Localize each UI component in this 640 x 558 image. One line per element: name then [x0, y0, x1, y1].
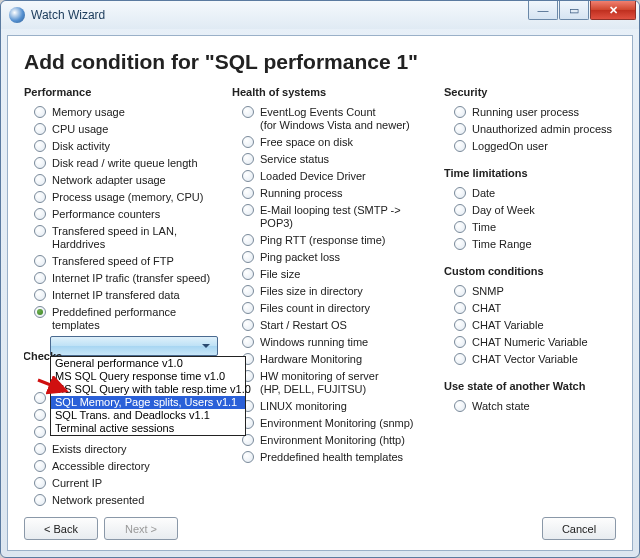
- radio-option[interactable]: Preddefined health templates: [232, 449, 432, 466]
- radio-option[interactable]: CHAT: [444, 300, 616, 317]
- radio-option[interactable]: Time Range: [444, 236, 616, 253]
- dropdown-item[interactable]: General performance v1.0: [51, 357, 245, 370]
- radio-option[interactable]: Date: [444, 185, 616, 202]
- radio-icon: [34, 460, 46, 472]
- radio-label: Time: [472, 221, 616, 234]
- radio-option[interactable]: Internet IP transfered data: [24, 287, 220, 304]
- dropdown-item[interactable]: SQL Memory, Page splits, Users v1.1: [51, 396, 245, 409]
- radio-icon: [242, 106, 254, 118]
- radio-option[interactable]: Transfered speed of FTP: [24, 253, 220, 270]
- radio-option[interactable]: Service status: [232, 151, 432, 168]
- maximize-button[interactable]: ▭: [559, 1, 589, 20]
- back-button[interactable]: < Back: [24, 517, 98, 540]
- radio-option[interactable]: CHAT Variable: [444, 317, 616, 334]
- group-title-time: Time limitations: [444, 167, 616, 179]
- radio-option[interactable]: Ping RTT (response time): [232, 232, 432, 249]
- radio-option[interactable]: Exists directory: [24, 441, 220, 458]
- group-title-security: Security: [444, 86, 616, 98]
- radio-option[interactable]: LINUX monitoring: [232, 398, 432, 415]
- dropdown-item[interactable]: MS SQL Query response time v1.0: [51, 370, 245, 383]
- radio-option[interactable]: Files count in directory: [232, 300, 432, 317]
- radio-icon: [34, 106, 46, 118]
- radio-option[interactable]: Internet IP trafic (transfer speed): [24, 270, 220, 287]
- dropdown-item[interactable]: SQL Trans. and Deadlocks v1.1: [51, 409, 245, 422]
- radio-option[interactable]: Process usage (memory, CPU): [24, 189, 220, 206]
- custom-options: SNMPCHATCHAT VariableCHAT Numeric Variab…: [444, 283, 616, 368]
- radio-label: Exists directory: [52, 443, 220, 456]
- window: Watch Wizard — ▭ ✕ Add condition for "SQ…: [0, 0, 640, 558]
- radio-icon: [34, 306, 46, 318]
- radio-option[interactable]: Performance counters: [24, 206, 220, 223]
- radio-option[interactable]: Windows running time: [232, 334, 432, 351]
- minimize-button[interactable]: —: [528, 1, 558, 20]
- radio-option[interactable]: Memory usage: [24, 104, 220, 121]
- radio-label: Preddefined health templates: [260, 451, 432, 464]
- radio-icon: [242, 136, 254, 148]
- radio-option[interactable]: CHAT Numeric Variable: [444, 334, 616, 351]
- radio-option[interactable]: CPU usage: [24, 121, 220, 138]
- radio-icon: [34, 426, 46, 438]
- radio-option[interactable]: Unauthorized admin process: [444, 121, 616, 138]
- radio-option[interactable]: E-Mail looping test (SMTP -> POP3): [232, 202, 432, 232]
- radio-option[interactable]: Environment Monitoring (http): [232, 432, 432, 449]
- radio-label: Environment Monitoring (http): [260, 434, 432, 447]
- dropdown-item[interactable]: MS SQL Query with table resp.time v1.0: [51, 383, 245, 396]
- radio-icon: [34, 208, 46, 220]
- dropdown-item[interactable]: Terminal active sessions: [51, 422, 245, 435]
- security-options: Running user processUnauthorized admin p…: [444, 104, 616, 155]
- radio-icon: [34, 494, 46, 506]
- radio-option[interactable]: Current IP: [24, 475, 220, 492]
- radio-label: Network presented: [52, 494, 220, 507]
- radio-icon: [454, 285, 466, 297]
- radio-option[interactable]: Ping packet loss: [232, 249, 432, 266]
- radio-option[interactable]: Running user process: [444, 104, 616, 121]
- radio-option[interactable]: Free space on disk: [232, 134, 432, 151]
- template-dropdown[interactable]: [50, 336, 218, 356]
- radio-option[interactable]: Network adapter usage: [24, 172, 220, 189]
- radio-option[interactable]: File size: [232, 266, 432, 283]
- radio-option[interactable]: LoggedOn user: [444, 138, 616, 155]
- page-title: Add condition for "SQL performance 1": [24, 50, 616, 74]
- radio-option[interactable]: HW monitoring of server(HP, DELL, FUJITS…: [232, 368, 432, 398]
- close-button[interactable]: ✕: [590, 1, 636, 20]
- radio-option[interactable]: Files size in directory: [232, 283, 432, 300]
- radio-option[interactable]: Watch state: [444, 398, 616, 415]
- radio-option[interactable]: Transfered speed in LAN, Harddrives: [24, 223, 220, 253]
- radio-icon: [34, 443, 46, 455]
- radio-label: Windows running time: [260, 336, 432, 349]
- radio-label: CHAT Vector Variable: [472, 353, 616, 366]
- state-options: Watch state: [444, 398, 616, 415]
- radio-option[interactable]: SNMP: [444, 283, 616, 300]
- titlebar: Watch Wizard — ▭ ✕: [1, 1, 639, 29]
- radio-option[interactable]: Hardware Monitoring: [232, 351, 432, 368]
- radio-option[interactable]: Accessible directory: [24, 458, 220, 475]
- radio-icon: [34, 174, 46, 186]
- radio-option[interactable]: EventLog Events Count(for Windows Vista …: [232, 104, 432, 134]
- radio-label: Current IP: [52, 477, 220, 490]
- app-icon: [9, 7, 25, 23]
- radio-label: Memory usage: [52, 106, 220, 119]
- radio-option[interactable]: Loaded Device Driver: [232, 168, 432, 185]
- radio-icon: [454, 123, 466, 135]
- next-button[interactable]: Next >: [104, 517, 178, 540]
- radio-label: Environment Monitoring (snmp): [260, 417, 432, 430]
- radio-option[interactable]: Start / Restart OS: [232, 317, 432, 334]
- radio-label: LINUX monitoring: [260, 400, 432, 413]
- column-health: Health of systems EventLog Events Count(…: [232, 86, 432, 509]
- radio-icon: [242, 153, 254, 165]
- radio-option[interactable]: Environment Monitoring (snmp): [232, 415, 432, 432]
- radio-label: Disk read / write queue length: [52, 157, 220, 170]
- radio-option[interactable]: Disk read / write queue length: [24, 155, 220, 172]
- radio-option[interactable]: CHAT Vector Variable: [444, 351, 616, 368]
- radio-option[interactable]: Preddefined performance templates: [24, 304, 220, 334]
- radio-option[interactable]: Disk activity: [24, 138, 220, 155]
- radio-option[interactable]: Day of Week: [444, 202, 616, 219]
- radio-icon: [242, 204, 254, 216]
- content: Add condition for "SQL performance 1" Ch…: [7, 35, 633, 551]
- radio-option[interactable]: Network presented: [24, 492, 220, 509]
- cancel-button[interactable]: Cancel: [542, 517, 616, 540]
- radio-option[interactable]: Running process: [232, 185, 432, 202]
- group-title-state: Use state of another Watch: [444, 380, 616, 392]
- radio-label: Preddefined performance templates: [52, 306, 220, 332]
- radio-option[interactable]: Time: [444, 219, 616, 236]
